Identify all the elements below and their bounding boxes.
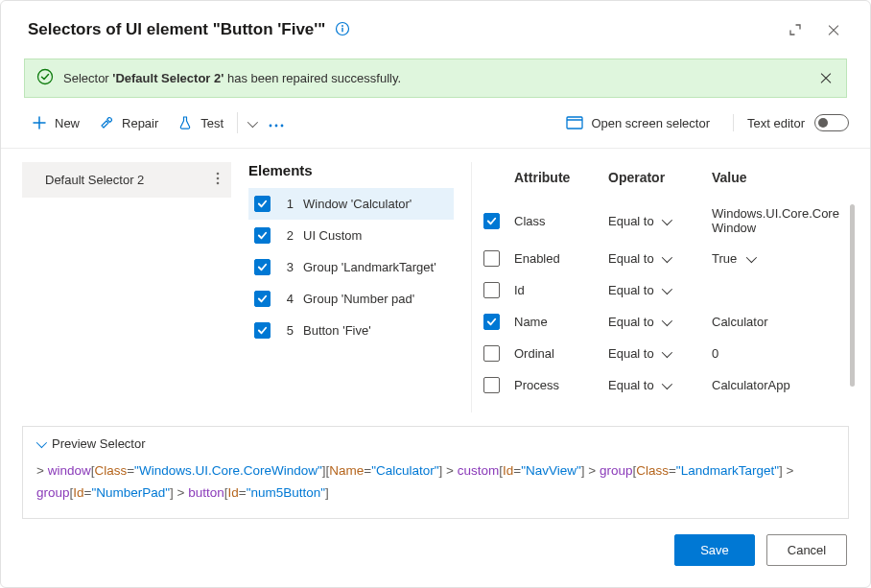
chevron-down-icon [746, 251, 754, 266]
close-icon[interactable] [820, 16, 847, 43]
attribute-value[interactable]: Windows.UI.Core.CoreWindow [712, 206, 845, 235]
checkbox[interactable] [483, 250, 500, 267]
svg-point-4 [270, 124, 272, 127]
attribute-name: Name [514, 315, 600, 329]
svg-point-11 [217, 182, 220, 185]
preview-heading: Preview Selector [52, 436, 146, 451]
attribute-row: Class Equal to Windows.UI.Core.CoreWindo… [480, 199, 849, 243]
element-label: Group 'LandmarkTarget' [303, 260, 436, 274]
chevron-down-icon [662, 346, 670, 361]
element-row[interactable]: 4Group 'Number pad' [248, 283, 454, 315]
svg-rect-2 [342, 27, 343, 32]
element-row[interactable]: 5Button 'Five' [248, 315, 454, 346]
checkbox[interactable] [254, 227, 271, 244]
toolbar: New Repair Test Open screen selector Tex… [1, 106, 870, 149]
attr-head-attribute: Attribute [514, 170, 600, 185]
attribute-row: Ordinal Equal to 0 [480, 338, 849, 369]
svg-point-9 [217, 173, 220, 176]
selector-item-label: Default Selector 2 [45, 173, 144, 187]
selectors-sidebar: Default Selector 2 [22, 162, 231, 412]
selector-string: > window[Class="Windows.UI.Core.CoreWind… [36, 460, 835, 505]
svg-point-5 [275, 124, 278, 127]
svg-point-1 [342, 25, 344, 27]
checkbox[interactable] [483, 314, 500, 330]
banner-text: Selector 'Default Selector 2' has been r… [63, 71, 401, 85]
chevron-down-icon [662, 378, 670, 392]
preview-panel: Preview Selector > window[Class="Windows… [22, 426, 849, 519]
test-dropdown-icon[interactable] [242, 116, 261, 130]
element-index: 3 [280, 260, 294, 274]
chevron-down-icon [662, 251, 670, 266]
checkbox[interactable] [483, 345, 500, 362]
chevron-down-icon [662, 283, 670, 297]
attr-head-value: Value [712, 170, 845, 185]
element-index: 4 [280, 292, 294, 306]
attribute-row: Name Equal to Calculator [480, 306, 849, 338]
chevron-down-icon [662, 214, 670, 228]
svg-point-6 [281, 124, 284, 127]
attr-head-operator: Operator [608, 170, 704, 185]
attribute-name: Class [514, 214, 600, 228]
operator-dropdown[interactable]: Equal to [608, 283, 704, 297]
operator-dropdown[interactable]: Equal to [608, 251, 704, 266]
attribute-name: Id [514, 283, 600, 297]
element-row[interactable]: 3Group 'LandmarkTarget' [248, 251, 454, 283]
save-button[interactable]: Save [674, 534, 755, 566]
banner-close-icon[interactable] [815, 67, 835, 89]
element-index: 5 [280, 323, 294, 338]
repair-button[interactable]: Repair [89, 111, 168, 134]
text-editor-label: Text editor [747, 116, 805, 130]
attribute-name: Process [514, 378, 600, 392]
element-label: Window 'Calculator' [303, 197, 412, 211]
checkbox[interactable] [254, 196, 271, 212]
preview-toggle[interactable]: Preview Selector [36, 436, 835, 451]
checkbox[interactable] [483, 377, 500, 393]
operator-dropdown[interactable]: Equal to [608, 378, 704, 392]
attribute-value[interactable]: True [712, 251, 845, 266]
attribute-row: Process Equal to CalculatorApp [480, 369, 849, 401]
attribute-row: Id Equal to [480, 274, 849, 306]
element-label: Group 'Number pad' [303, 292, 414, 306]
attribute-value[interactable]: Calculator [712, 315, 845, 329]
success-icon [36, 68, 54, 88]
element-label: UI Custom [303, 228, 362, 243]
attribute-value[interactable]: CalculatorApp [712, 378, 845, 392]
selector-item-more-icon[interactable] [216, 172, 220, 188]
element-row[interactable]: 2UI Custom [248, 220, 454, 251]
more-actions-icon[interactable] [261, 116, 292, 130]
chevron-down-icon [36, 436, 44, 451]
operator-dropdown[interactable]: Equal to [608, 315, 704, 329]
attribute-value[interactable]: 0 [712, 346, 845, 361]
operator-dropdown[interactable]: Equal to [608, 214, 704, 228]
operator-dropdown[interactable]: Equal to [608, 346, 704, 361]
attribute-row: Enabled Equal to True [480, 243, 849, 274]
svg-point-10 [217, 177, 220, 180]
element-label: Button 'Five' [303, 323, 371, 338]
success-banner: Selector 'Default Selector 2' has been r… [24, 59, 847, 98]
text-editor-toggle[interactable] [814, 114, 849, 131]
checkbox[interactable] [254, 291, 271, 307]
selector-item[interactable]: Default Selector 2 [22, 162, 231, 198]
dialog-title: Selectors of UI element "Button 'Five'" [28, 20, 325, 39]
info-icon[interactable] [335, 21, 350, 39]
checkbox[interactable] [254, 259, 271, 275]
chevron-down-icon [662, 315, 670, 329]
open-screen-selector-button[interactable]: Open screen selector [556, 112, 719, 134]
checkbox[interactable] [483, 282, 500, 298]
attribute-name: Enabled [514, 251, 600, 266]
new-button[interactable]: New [22, 111, 89, 134]
svg-point-3 [38, 70, 53, 84]
elements-column: Elements 1Window 'Calculator'2UI Custom3… [248, 162, 454, 412]
attribute-name: Ordinal [514, 346, 600, 361]
checkbox[interactable] [483, 213, 500, 229]
dialog-header: Selectors of UI element "Button 'Five'" [1, 1, 870, 51]
element-row[interactable]: 1Window 'Calculator' [248, 188, 454, 220]
checkbox[interactable] [254, 322, 271, 339]
svg-rect-7 [567, 117, 582, 129]
scrollbar-thumb[interactable] [850, 204, 855, 387]
cancel-button[interactable]: Cancel [766, 534, 847, 566]
test-button[interactable]: Test [168, 111, 233, 134]
expand-icon[interactable] [782, 16, 809, 43]
element-index: 1 [280, 197, 294, 211]
dialog-footer: Save Cancel [1, 519, 870, 587]
